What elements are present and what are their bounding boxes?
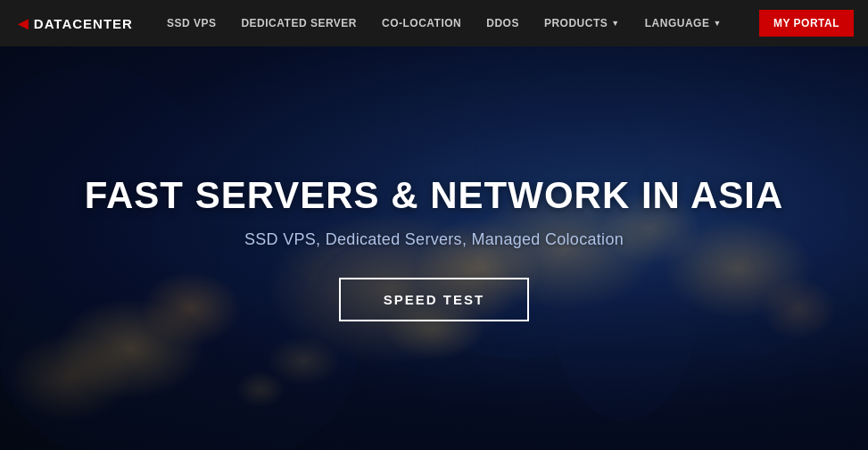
language-dropdown-icon: ▼: [713, 19, 721, 28]
nav-co-location[interactable]: CO-LOCATION: [369, 0, 474, 46]
nav-ssd-vps[interactable]: SSD VPS: [154, 0, 229, 46]
nav-ddos[interactable]: DDOS: [474, 0, 532, 46]
navbar: ◄ DATACENTER SSD VPS DEDICATED SERVER CO…: [0, 0, 868, 46]
hero-subtitle: SSD VPS, Dedicated Servers, Managed Colo…: [244, 230, 624, 249]
nav-dedicated-server[interactable]: DEDICATED SERVER: [228, 0, 369, 46]
hero-section: FAST SERVERS & NETWORK IN ASIA SSD VPS, …: [0, 46, 868, 450]
brand-text: DATACENTER: [34, 16, 133, 31]
brand-logo[interactable]: ◄ DATACENTER: [14, 13, 133, 34]
nav-products[interactable]: PRODUCTS ▼: [532, 0, 632, 46]
hero-title: FAST SERVERS & NETWORK IN ASIA: [85, 175, 784, 216]
nav-language[interactable]: LANGUAGE ▼: [632, 0, 734, 46]
nav-language-label: LANGUAGE: [645, 17, 710, 29]
products-dropdown-icon: ▼: [611, 19, 619, 28]
brand-icon: ◄: [14, 13, 32, 34]
nav-products-label: PRODUCTS: [544, 17, 608, 29]
nav-links: SSD VPS DEDICATED SERVER CO-LOCATION DDO…: [154, 0, 759, 46]
hero-content: FAST SERVERS & NETWORK IN ASIA SSD VPS, …: [85, 175, 784, 321]
my-portal-button[interactable]: MY PORTAL: [759, 10, 854, 37]
speed-test-button[interactable]: SPEED TEST: [339, 278, 529, 321]
